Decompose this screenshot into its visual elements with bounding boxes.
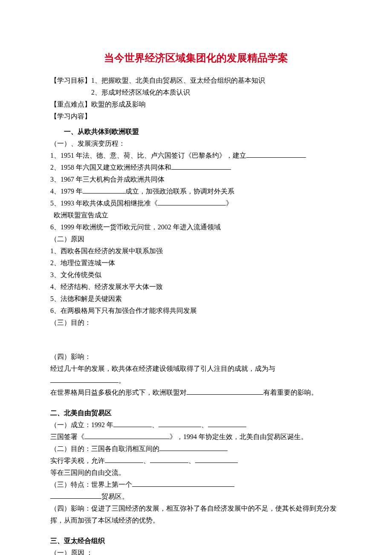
focus-text: 欧盟的形成及影响 <box>91 101 146 108</box>
sep: 、 <box>152 421 159 428</box>
sec1-effect2-text-a: 在世界格局日益多极化的形式下，欧洲联盟对 <box>50 389 187 396</box>
blank-input[interactable] <box>50 491 101 499</box>
sec1-item4-text-b: 成立，加强政治联系，协调对外关系 <box>125 188 234 195</box>
blank-input[interactable] <box>171 162 231 170</box>
blank-input[interactable] <box>159 420 201 427</box>
blank-input[interactable] <box>83 186 125 194</box>
sec2-i2a: （二）目的：三国各自取消相互间的 <box>50 445 159 452</box>
blank-input[interactable] <box>132 480 234 487</box>
sec1-item4: 4、1979 年成立，加强政治联系，协调对外关系 <box>50 185 342 197</box>
sep: 、 <box>201 421 208 428</box>
sec1-item2-text: 2、1958 年六国又建立欧洲经济共同体和 <box>50 164 171 171</box>
sec1-sub1-label: （一）、发展演变历程： <box>50 138 342 150</box>
blank-input[interactable] <box>50 376 118 383</box>
blank-input[interactable] <box>208 420 246 427</box>
sec1-effect1-text-a: 经过几十年的发展，欧共体在经济建设领域取得了引人注目的成就，成为与 <box>50 365 275 372</box>
sec1-reason1: 1、西欧各国在经济的发展中联系加强 <box>50 245 342 257</box>
sec1-reason3: 3、文化传统类似 <box>50 269 342 281</box>
document-page: 当今世界经济区域集团化的发展精品学案 【学习目标】1、把握欧盟、北美自由贸易区、… <box>0 0 392 555</box>
sec2-item1-line1: （一）成立：1992 年、、 <box>50 419 342 431</box>
sec2-item1-line2: 三国签署《》，1994 年协定生效，北美自由贸易区诞生。 <box>50 431 342 443</box>
sec1-item1: 1、1951 年法、德、意、荷、比、卢六国签订《巴黎条约》，建立 <box>50 150 342 162</box>
sec2-i3b: 贸易区。 <box>101 493 129 500</box>
focus-line: 【重点难点】欧盟的形成及影响 <box>50 98 342 110</box>
sec1-item2: 2、1958 年六国又建立欧洲经济共同体和 <box>50 162 342 173</box>
sec1-item3: 3、1967 年三大机构合并成欧洲共同体 <box>50 173 342 185</box>
blank-input[interactable] <box>246 150 306 158</box>
sec2-item4: （四）影响：促进了三国经济的发展，相互弥补了各自经济发展中的不足，使其长处得到充… <box>50 503 342 526</box>
sec1-item5-text-c: 欧洲联盟宣告成立 <box>54 211 108 219</box>
blank-input[interactable] <box>150 456 188 463</box>
objective-1: 1、把握欧盟、北美自由贸易区、亚太经合组织的基本知识 <box>91 77 265 84</box>
blank-input[interactable] <box>105 456 143 463</box>
objective-2: 2、形成对经济区域化的本质认识 <box>91 89 190 96</box>
sep: 、 <box>143 457 150 464</box>
blank-input[interactable] <box>84 432 170 439</box>
blank-input[interactable] <box>159 444 228 451</box>
sec1-item4-text-a: 4、1979 年 <box>50 188 83 195</box>
sec2-i1a: （一）成立：1992 年 <box>50 421 113 428</box>
sec1-reason5: 5、法德和解是关键因素 <box>50 293 342 305</box>
objectives-line-1: 【学习目标】1、把握欧盟、北美自由贸易区、亚太经合组织的基本知识 <box>50 75 342 87</box>
sec1-effect-line2: 在世界格局日益多极化的形式下，欧洲联盟对有着重要的影响。 <box>50 387 342 399</box>
sec1-sub3-label: （三）目的： <box>50 317 342 329</box>
sec2-item3-line1: （三）特点：世界上第一个 <box>50 479 342 491</box>
sec1-reason4: 4、经济结构、经济发展水平大体一致 <box>50 281 342 293</box>
section2-heading: 二、北美自由贸易区 <box>50 407 342 419</box>
section1-heading: 一、从欧共体到欧洲联盟 <box>50 126 342 138</box>
sec2-i1c: 》，1994 年协定生效，北美自由贸易区诞生。 <box>170 433 308 440</box>
blank-input[interactable] <box>158 198 226 205</box>
focus-label: 【重点难点】 <box>50 101 91 108</box>
spacer <box>50 526 342 532</box>
sec2-item2-line1: （二）目的：三国各自取消相互间的 <box>50 443 342 455</box>
sec1-item1-text: 1、1951 年法、德、意、荷、比、卢六国签订《巴黎条约》，建立 <box>50 152 246 159</box>
sec1-reason2: 2、地理位置连城一体 <box>50 257 342 269</box>
section3-heading: 三、亚太经合组织 <box>50 535 342 547</box>
objectives-label: 【学习目标】 <box>50 77 91 84</box>
objectives-line-2: 【学习目标】2、形成对经济区域化的本质认识 <box>50 87 342 98</box>
spacer <box>50 399 342 404</box>
sec1-item6: 6、1999 年欧洲统一货币欧元问世，2002 年进入流通领域 <box>50 221 342 233</box>
sec2-item3-line2: 贸易区。 <box>50 491 342 503</box>
blank-input[interactable] <box>113 420 152 427</box>
sec1-item5-text-b: 》 <box>226 199 233 207</box>
sec2-item2-line2: 实行零关税，允许、、 <box>50 455 342 467</box>
sec1-effect1-text-b: 。 <box>118 377 125 384</box>
blank-input[interactable] <box>195 456 238 463</box>
document-title: 当今世界经济区域集团化的发展精品学案 <box>50 49 342 67</box>
sec3-sub1-label: （一）原因 ： <box>50 547 342 555</box>
sep: 、 <box>188 457 195 464</box>
sec1-sub2-label: （二）原因 <box>50 233 342 245</box>
sec2-i1b: 三国签署《 <box>50 433 84 440</box>
sec1-effect-line1: 经过几十年的发展，欧共体在经济建设领域取得了引人注目的成就，成为与。 <box>50 363 342 387</box>
sec1-item5-line2: 欧洲联盟宣告成立 <box>50 209 342 221</box>
blank-input[interactable] <box>187 387 263 395</box>
sec2-i2b: 实行零关税，允许 <box>50 457 105 464</box>
sec1-reason6: 6、在两极格局下只有加强合作才能求得共同发展 <box>50 305 342 317</box>
sec1-sub4-label: （四）影响： <box>50 351 342 363</box>
content-label: 【学习内容】 <box>50 110 342 122</box>
sec2-item2-line3: 等在三国间的自由交流。 <box>50 467 342 479</box>
sec2-i3a: （三）特点：世界上第一个 <box>50 481 132 488</box>
sec1-item5: 5、1993 年欧共体成员国相继批准《》 <box>50 197 342 209</box>
sec1-effect2-text-b: 有着重要的影响。 <box>263 389 318 396</box>
spacer <box>50 329 342 351</box>
sec1-item5-text-a: 5、1993 年欧共体成员国相继批准《 <box>50 199 158 207</box>
